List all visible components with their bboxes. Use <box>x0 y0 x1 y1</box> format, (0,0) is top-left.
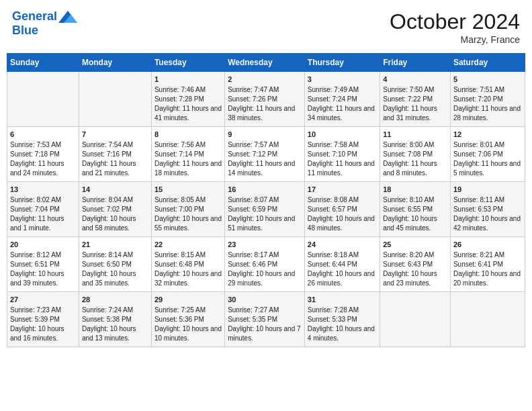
day-number: 5 <box>453 75 522 85</box>
cell-content: Sunset: 5:38 PM <box>82 315 148 324</box>
cell-content: Daylight: 10 hours and 16 minutes. <box>10 324 76 343</box>
cell-content: Sunset: 7:26 PM <box>228 95 302 104</box>
col-header-monday: Monday <box>79 54 151 72</box>
location: Marzy, France <box>390 34 520 45</box>
calendar-cell: 6Sunrise: 7:53 AMSunset: 7:18 PMDaylight… <box>7 127 79 182</box>
cell-content: Daylight: 10 hours and 13 minutes. <box>82 324 148 343</box>
day-number: 21 <box>82 240 148 250</box>
calendar-cell: 18Sunrise: 8:10 AMSunset: 6:55 PMDayligh… <box>380 182 451 237</box>
day-number: 10 <box>308 130 377 140</box>
cell-content: Daylight: 11 hours and 11 minutes. <box>308 159 377 178</box>
title-section: October 2024 Marzy, France <box>390 9 520 45</box>
cell-content: Sunrise: 7:57 AM <box>228 140 302 150</box>
day-number: 19 <box>453 185 522 195</box>
day-number: 2 <box>228 75 302 85</box>
day-number: 15 <box>154 185 222 195</box>
cell-content: Daylight: 11 hours and 1 minute. <box>10 214 76 233</box>
cell-content: Daylight: 10 hours and 39 minutes. <box>10 269 76 288</box>
day-number: 24 <box>308 240 377 250</box>
cell-content: Sunset: 7:06 PM <box>453 150 522 159</box>
cell-content: Sunset: 6:44 PM <box>308 260 377 269</box>
cell-content: Sunset: 6:48 PM <box>154 260 222 269</box>
logo-blue-text: Blue <box>12 24 77 38</box>
calendar-cell: 12Sunrise: 8:01 AMSunset: 7:06 PMDayligh… <box>450 127 525 182</box>
cell-content: Sunset: 7:08 PM <box>383 150 447 159</box>
cell-content: Daylight: 10 hours and 32 minutes. <box>154 269 222 288</box>
cell-content: Daylight: 10 hours and 35 minutes. <box>82 269 148 288</box>
cell-content: Sunrise: 7:47 AM <box>228 85 302 95</box>
cell-content: Sunset: 6:59 PM <box>228 205 302 214</box>
cell-content: Daylight: 11 hours and 21 minutes. <box>82 159 148 178</box>
cell-content: Sunrise: 8:14 AM <box>82 250 148 260</box>
cell-content: Daylight: 11 hours and 41 minutes. <box>154 104 222 123</box>
cell-content: Sunset: 7:18 PM <box>10 150 76 159</box>
day-number: 31 <box>308 295 377 305</box>
cell-content: Daylight: 11 hours and 34 minutes. <box>308 104 377 123</box>
day-number: 18 <box>383 185 447 195</box>
cell-content: Daylight: 10 hours and 7 minutes. <box>228 324 302 343</box>
calendar-cell: 5Sunrise: 7:51 AMSunset: 7:20 PMDaylight… <box>450 72 525 127</box>
cell-content: Daylight: 10 hours and 42 minutes. <box>453 214 522 233</box>
cell-content: Daylight: 10 hours and 51 minutes. <box>228 214 302 233</box>
cell-content: Sunset: 6:53 PM <box>453 205 522 214</box>
cell-content: Sunrise: 7:23 AM <box>10 306 76 315</box>
cell-content: Sunset: 7:14 PM <box>154 150 222 159</box>
cell-content: Daylight: 11 hours and 24 minutes. <box>10 159 76 178</box>
calendar-cell: 23Sunrise: 8:17 AMSunset: 6:46 PMDayligh… <box>225 237 305 292</box>
cell-content: Sunrise: 8:21 AM <box>453 250 522 260</box>
day-number: 16 <box>228 185 302 195</box>
cell-content: Sunset: 6:50 PM <box>82 260 148 269</box>
cell-content: Sunset: 6:43 PM <box>383 260 447 269</box>
page-header: General Blue October 2024 Marzy, France <box>7 7 525 48</box>
cell-content: Sunset: 5:39 PM <box>10 315 76 324</box>
day-number: 27 <box>10 295 76 305</box>
cell-content: Sunrise: 8:15 AM <box>154 250 222 260</box>
cell-content: Sunset: 7:12 PM <box>228 150 302 159</box>
cell-content: Sunrise: 7:54 AM <box>82 140 148 150</box>
cell-content: Daylight: 10 hours and 4 minutes. <box>308 324 377 343</box>
day-number: 1 <box>154 75 222 85</box>
cell-content: Sunrise: 7:50 AM <box>383 85 447 95</box>
calendar-cell: 22Sunrise: 8:15 AMSunset: 6:48 PMDayligh… <box>151 237 224 292</box>
cell-content: Sunrise: 8:17 AM <box>228 250 302 260</box>
calendar-cell <box>380 292 451 347</box>
cell-content: Sunrise: 8:02 AM <box>10 195 76 205</box>
day-number: 25 <box>383 240 447 250</box>
calendar-cell: 31Sunrise: 7:28 AMSunset: 5:33 PMDayligh… <box>304 292 380 347</box>
cell-content: Sunrise: 7:28 AM <box>308 306 377 315</box>
calendar-cell: 3Sunrise: 7:49 AMSunset: 7:24 PMDaylight… <box>304 72 380 127</box>
col-header-tuesday: Tuesday <box>151 54 224 72</box>
week-row-3: 13Sunrise: 8:02 AMSunset: 7:04 PMDayligh… <box>7 182 525 237</box>
calendar-cell: 10Sunrise: 7:58 AMSunset: 7:10 PMDayligh… <box>304 127 380 182</box>
day-number: 20 <box>10 240 76 250</box>
day-number: 9 <box>228 130 302 140</box>
day-number: 6 <box>10 130 76 140</box>
cell-content: Daylight: 11 hours and 14 minutes. <box>228 159 302 178</box>
cell-content: Sunrise: 8:20 AM <box>383 250 447 260</box>
cell-content: Sunset: 6:41 PM <box>453 260 522 269</box>
col-header-sunday: Sunday <box>7 54 79 72</box>
day-number: 28 <box>82 295 148 305</box>
cell-content: Daylight: 10 hours and 48 minutes. <box>308 214 377 233</box>
cell-content: Sunrise: 8:00 AM <box>383 140 447 150</box>
logo-text: General <box>12 10 57 24</box>
day-number: 8 <box>154 130 222 140</box>
calendar-cell: 27Sunrise: 7:23 AMSunset: 5:39 PMDayligh… <box>7 292 79 347</box>
calendar-cell: 17Sunrise: 8:08 AMSunset: 6:57 PMDayligh… <box>304 182 380 237</box>
calendar-cell: 24Sunrise: 8:18 AMSunset: 6:44 PMDayligh… <box>304 237 380 292</box>
cell-content: Sunrise: 8:18 AM <box>308 250 377 260</box>
cell-content: Sunrise: 8:10 AM <box>383 195 447 205</box>
day-number: 3 <box>308 75 377 85</box>
cell-content: Sunrise: 8:12 AM <box>10 250 76 260</box>
cell-content: Sunrise: 7:27 AM <box>228 306 302 315</box>
cell-content: Sunset: 6:55 PM <box>383 205 447 214</box>
calendar-cell: 16Sunrise: 8:07 AMSunset: 6:59 PMDayligh… <box>225 182 305 237</box>
cell-content: Sunrise: 7:24 AM <box>82 306 148 315</box>
logo-icon <box>58 9 77 24</box>
cell-content: Daylight: 10 hours and 58 minutes. <box>82 214 148 233</box>
calendar-table: SundayMondayTuesdayWednesdayThursdayFrid… <box>7 53 525 347</box>
cell-content: Daylight: 10 hours and 45 minutes. <box>383 214 447 233</box>
day-number: 26 <box>453 240 522 250</box>
cell-content: Sunset: 7:20 PM <box>453 95 522 104</box>
calendar-cell: 29Sunrise: 7:25 AMSunset: 5:36 PMDayligh… <box>151 292 224 347</box>
